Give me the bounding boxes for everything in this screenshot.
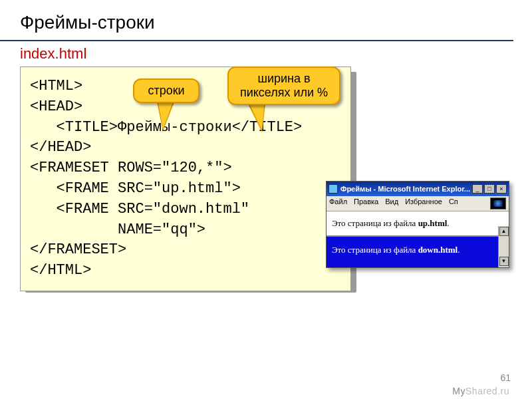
- scrollbar[interactable]: ▲ ▼: [498, 226, 509, 267]
- maximize-button[interactable]: □: [484, 184, 495, 194]
- code-line: </HTML>: [30, 262, 91, 279]
- frame-bottom-text: Это страница из файла: [332, 245, 418, 255]
- code-line: <FRAMESET ROWS="120,*">: [30, 160, 232, 176]
- menu-edit[interactable]: Правка: [354, 198, 378, 209]
- browser-menubar: Файл Правка Вид Избранное Сп: [327, 196, 509, 211]
- code-line: <FRAME SRC="up.html">: [30, 180, 241, 197]
- minimize-button[interactable]: _: [472, 184, 483, 194]
- code-line: <HTML>: [30, 78, 82, 94]
- frame-bottom: Это страница из файла down.html.: [327, 237, 498, 267]
- callout-rows: строки: [133, 78, 200, 103]
- scroll-down-button[interactable]: ▼: [499, 257, 509, 266]
- code-line: </FRAMESET>: [30, 241, 126, 258]
- menu-favorites[interactable]: Избранное: [405, 198, 442, 209]
- menu-more[interactable]: Сп: [449, 198, 458, 209]
- ie-icon: [329, 184, 338, 194]
- menu-view[interactable]: Вид: [385, 198, 398, 209]
- browser-titlebar: Фреймы - Microsoft Internet Explor... _ …: [327, 182, 509, 196]
- throbber-icon: [490, 198, 506, 209]
- frame-top-text: Это страница из файла: [332, 218, 418, 228]
- menu-file[interactable]: Файл: [329, 198, 347, 209]
- close-button[interactable]: ×: [496, 184, 507, 194]
- scroll-up-button[interactable]: ▲: [499, 227, 509, 236]
- page-number: 61: [500, 372, 511, 383]
- frame-top: Это страница из файла up.html.: [327, 211, 498, 237]
- code-line: </HEAD>: [30, 139, 91, 156]
- frame-top-filename: up.html: [418, 218, 448, 228]
- callout-tail: [155, 99, 174, 130]
- code-line: NAME="qq">: [30, 221, 205, 238]
- browser-mock: Фреймы - Microsoft Internet Explor... _ …: [326, 181, 509, 268]
- callout-width: ширина в пикселях или %: [227, 66, 340, 105]
- filename-label: index.html: [0, 45, 532, 63]
- frame-bottom-filename: down.html: [418, 245, 458, 255]
- browser-title: Фреймы - Microsoft Internet Explor...: [340, 185, 471, 193]
- slide-title: Фреймы-строки: [0, 0, 513, 41]
- code-line: <FRAME SRC="down.html": [30, 201, 249, 217]
- watermark: MyShared.ru: [452, 386, 509, 396]
- code-line: <HEAD>: [30, 98, 82, 115]
